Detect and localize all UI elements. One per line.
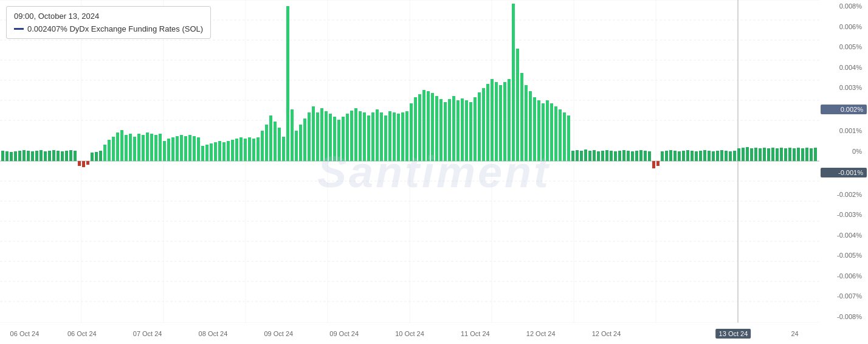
svg-rect-151 (529, 91, 532, 161)
svg-rect-154 (542, 103, 545, 161)
svg-rect-77 (214, 142, 217, 161)
svg-rect-90 (269, 115, 272, 161)
svg-rect-111 (359, 111, 362, 161)
svg-rect-103 (325, 111, 328, 161)
svg-rect-140 (482, 88, 485, 161)
svg-rect-94 (286, 6, 289, 161)
svg-rect-39 (52, 150, 55, 161)
svg-rect-175 (631, 151, 634, 161)
svg-rect-171 (614, 151, 617, 161)
tooltip-series-label: DyDx Exchange Funding Rates (SOL) (67, 24, 203, 33)
svg-rect-55 (120, 130, 123, 161)
svg-rect-157 (554, 106, 557, 161)
svg-rect-106 (337, 120, 340, 161)
svg-rect-43 (69, 150, 72, 161)
svg-rect-192 (703, 150, 706, 161)
svg-rect-82 (235, 139, 238, 161)
y-tick-002p-highlight: 0.002% (821, 105, 867, 114)
svg-rect-172 (618, 151, 621, 161)
svg-rect-210 (780, 148, 783, 161)
svg-rect-64 (159, 134, 162, 161)
svg-rect-177 (639, 150, 642, 161)
svg-rect-85 (248, 137, 251, 161)
svg-rect-105 (333, 117, 336, 161)
svg-rect-36 (40, 150, 43, 161)
svg-rect-166 (593, 150, 596, 161)
y-tick-007n: -0.007% (821, 292, 867, 300)
svg-rect-134 (456, 100, 460, 161)
svg-rect-202 (746, 147, 749, 161)
svg-rect-173 (622, 150, 625, 161)
svg-rect-110 (354, 108, 357, 161)
svg-rect-201 (742, 148, 745, 161)
svg-rect-218 (814, 148, 817, 161)
svg-rect-81 (231, 140, 234, 161)
svg-rect-76 (210, 143, 213, 161)
svg-rect-164 (584, 150, 587, 161)
svg-rect-170 (610, 151, 613, 161)
svg-rect-160 (567, 115, 570, 161)
svg-rect-107 (342, 117, 345, 161)
svg-rect-216 (805, 148, 808, 161)
svg-rect-83 (239, 137, 243, 161)
svg-rect-57 (129, 134, 132, 161)
svg-rect-47 (86, 161, 89, 165)
svg-rect-174 (627, 151, 630, 161)
svg-rect-59 (137, 134, 140, 161)
svg-rect-84 (244, 139, 247, 161)
svg-rect-78 (218, 141, 221, 161)
svg-rect-129 (435, 96, 438, 161)
svg-rect-52 (108, 140, 111, 161)
svg-rect-74 (201, 146, 204, 161)
svg-rect-130 (439, 99, 443, 161)
svg-rect-115 (376, 109, 379, 161)
x-tick-0: 06 Oct 24 (10, 330, 40, 337)
svg-rect-38 (48, 151, 51, 161)
svg-rect-72 (193, 136, 196, 161)
y-tick-006p: 0.006% (821, 23, 867, 30)
x-tick-3: 08 Oct 24 (199, 330, 228, 337)
svg-rect-117 (384, 115, 387, 161)
x-axis: 06 Oct 24 06 Oct 24 07 Oct 24 08 Oct 24 … (0, 323, 819, 344)
y-tick-003p: 0.003% (821, 84, 867, 91)
x-tick-2: 07 Oct 24 (133, 330, 162, 337)
svg-rect-180 (652, 161, 655, 168)
svg-rect-102 (320, 108, 323, 161)
svg-rect-48 (91, 153, 94, 161)
svg-rect-50 (99, 151, 102, 161)
svg-rect-113 (367, 115, 370, 161)
svg-rect-132 (448, 99, 451, 161)
tooltip-date: 09:00, October 13, 2024 (14, 12, 203, 21)
svg-rect-104 (329, 114, 332, 161)
svg-rect-181 (656, 161, 660, 166)
svg-rect-122 (405, 111, 408, 161)
svg-rect-135 (461, 98, 464, 161)
svg-rect-51 (103, 145, 106, 161)
svg-rect-169 (605, 150, 608, 161)
svg-rect-121 (401, 112, 404, 161)
svg-rect-87 (257, 137, 260, 161)
svg-rect-162 (576, 150, 579, 161)
svg-rect-186 (678, 151, 681, 161)
svg-rect-46 (82, 161, 85, 167)
svg-rect-148 (516, 49, 519, 161)
svg-rect-68 (176, 136, 179, 161)
y-tick-004n: -0.004% (821, 232, 867, 239)
svg-rect-88 (261, 131, 264, 161)
svg-rect-189 (691, 151, 694, 161)
svg-rect-188 (686, 150, 689, 161)
svg-rect-131 (444, 102, 447, 161)
svg-rect-211 (784, 148, 787, 161)
svg-rect-58 (133, 137, 136, 161)
svg-rect-163 (580, 151, 583, 161)
svg-rect-203 (750, 148, 753, 161)
svg-rect-195 (716, 151, 719, 161)
svg-rect-41 (61, 151, 64, 161)
svg-rect-168 (601, 151, 604, 161)
svg-rect-95 (291, 109, 294, 161)
svg-rect-108 (346, 114, 349, 161)
svg-rect-213 (793, 148, 796, 161)
svg-rect-101 (316, 112, 319, 161)
svg-rect-141 (486, 84, 489, 161)
svg-rect-149 (520, 73, 523, 161)
